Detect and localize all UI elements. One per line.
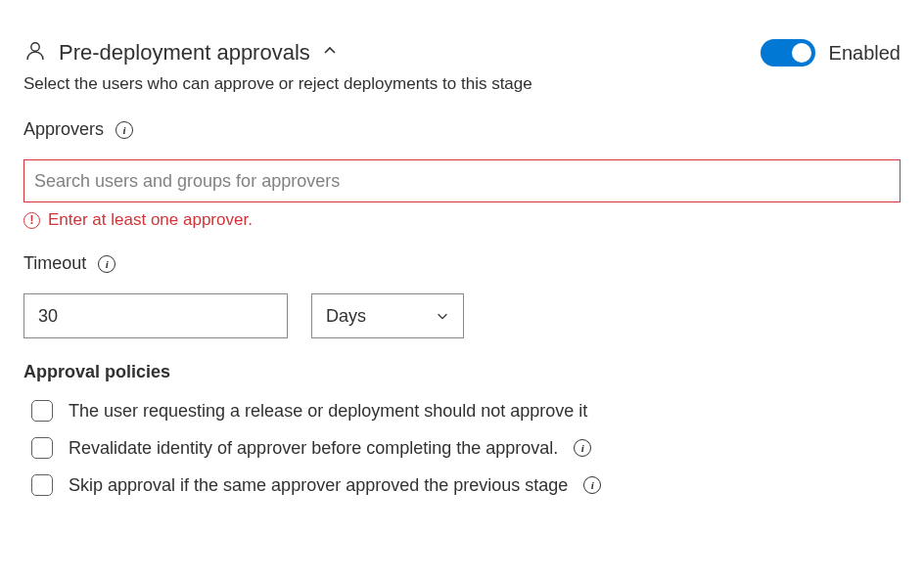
- policy-checkbox-revalidate[interactable]: [31, 437, 53, 459]
- info-icon[interactable]: i: [116, 121, 133, 139]
- timeout-unit-select[interactable]: Days: [311, 293, 464, 338]
- policy-label: Revalidate identity of approver before c…: [69, 438, 558, 459]
- person-icon: [23, 39, 47, 67]
- timeout-unit-label: Days: [326, 306, 366, 327]
- chevron-up-icon[interactable]: [322, 43, 338, 63]
- svg-point-0: [31, 43, 39, 51]
- section-subtitle: Select the users who can approve or reje…: [23, 74, 901, 94]
- timeout-label: Timeout: [23, 253, 86, 274]
- info-icon[interactable]: i: [583, 476, 601, 494]
- chevron-down-icon: [436, 309, 449, 323]
- info-icon[interactable]: i: [574, 439, 591, 457]
- policy-label: The user requesting a release or deploym…: [69, 401, 587, 422]
- approvers-label: Approvers: [23, 119, 104, 140]
- approvers-error-text: Enter at least one approver.: [48, 210, 253, 230]
- enabled-toggle[interactable]: [761, 39, 815, 67]
- policies-heading: Approval policies: [23, 362, 901, 382]
- info-icon[interactable]: i: [98, 255, 116, 273]
- approvers-search-input[interactable]: [23, 159, 901, 202]
- policy-checkbox-skip[interactable]: [31, 474, 53, 496]
- policy-label: Skip approval if the same approver appro…: [69, 475, 568, 496]
- error-icon: !: [23, 212, 40, 229]
- timeout-value-input[interactable]: [23, 293, 288, 338]
- section-title: Pre-deployment approvals: [59, 40, 310, 66]
- toggle-label: Enabled: [829, 42, 901, 65]
- policy-checkbox-requester[interactable]: [31, 400, 53, 422]
